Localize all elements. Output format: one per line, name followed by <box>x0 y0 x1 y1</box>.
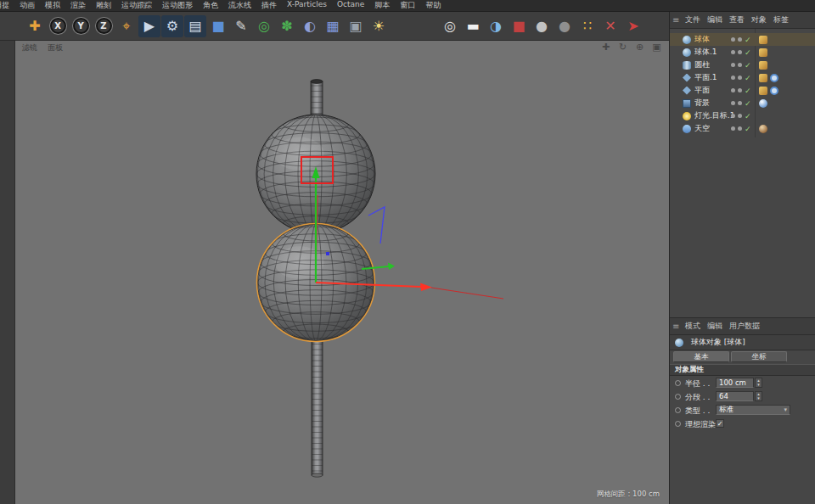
render-visibility-dot[interactable] <box>738 37 742 42</box>
tab-coordinates[interactable]: 坐标 <box>731 351 787 362</box>
phong-tag-icon[interactable] <box>759 48 767 57</box>
viewport-canvas[interactable] <box>15 41 669 504</box>
panel-menu-icon[interactable] <box>672 15 682 25</box>
editor-visibility-dot[interactable] <box>731 63 735 67</box>
menubar-item[interactable]: 雕刻 <box>91 0 116 11</box>
enabled-check-icon[interactable] <box>745 112 751 120</box>
phong-tag-icon[interactable] <box>759 74 767 82</box>
menubar-item[interactable]: 渲染 <box>65 0 91 11</box>
menubar-item[interactable]: X-Particles <box>282 0 332 11</box>
menubar-item[interactable]: 模拟 <box>40 0 65 11</box>
object-row[interactable]: 球体 <box>670 33 815 46</box>
editor-visibility-dot[interactable] <box>731 37 735 42</box>
phong-tag-icon[interactable] <box>759 61 767 70</box>
enabled-check-icon[interactable] <box>745 36 751 44</box>
object-manager-menu-item[interactable]: 文件 <box>682 14 704 25</box>
attribute-menu-item[interactable]: 模式 <box>682 321 704 332</box>
attribute-menu-item[interactable]: 编辑 <box>704 321 726 332</box>
menubar-item[interactable]: 窗口 <box>395 0 420 11</box>
render-visibility-dot[interactable] <box>738 101 742 105</box>
object-manager-menu-item[interactable]: 查看 <box>726 14 748 25</box>
object-row[interactable]: 灯光.目标.1 <box>670 109 815 122</box>
type-dropdown[interactable]: 标准 <box>716 405 790 415</box>
viewport-orbit-icon[interactable]: ↻ <box>617 42 628 53</box>
object-row[interactable]: 平面 <box>670 84 815 97</box>
render-view-button[interactable]: ▶ <box>138 15 160 37</box>
record-keyframe-button[interactable]: ◎ <box>439 15 461 37</box>
menubar-item[interactable]: 插件 <box>256 0 282 11</box>
menubar-item[interactable]: 脚本 <box>369 0 395 11</box>
move-tool-button[interactable]: ✚ <box>24 15 46 37</box>
display-mode-gouraud-button[interactable]: ● <box>531 15 553 37</box>
render-camera-button[interactable]: ■ <box>508 15 530 37</box>
enabled-check-icon[interactable] <box>745 99 751 108</box>
section-object-properties[interactable]: 对象属性 <box>670 364 815 376</box>
lock-x-axis-button[interactable]: X <box>47 15 69 37</box>
render-visibility-dot[interactable] <box>738 63 742 67</box>
lock-y-axis-button[interactable]: Y <box>70 15 92 37</box>
object-manager-menu-item[interactable]: 对象 <box>748 14 770 25</box>
environment-object-button[interactable]: ◐ <box>299 15 321 37</box>
render-visibility-dot[interactable] <box>738 50 742 54</box>
viewport-pan-icon[interactable]: ✚ <box>600 42 611 53</box>
spin-down-icon[interactable] <box>757 396 760 400</box>
viewport-zoom-icon[interactable]: ⊕ <box>634 42 645 53</box>
render-queue-button[interactable]: ▤ <box>184 15 206 37</box>
keyframe-circle-icon[interactable] <box>675 421 681 427</box>
enabled-check-icon[interactable] <box>745 87 751 95</box>
viewport-toggle-icon[interactable]: ▣ <box>651 42 662 53</box>
menubar-item[interactable]: 捕捉 <box>0 0 14 11</box>
object-manager-menu-item[interactable]: 编辑 <box>704 14 726 25</box>
keyframe-circle-icon[interactable] <box>675 380 681 386</box>
generator-button[interactable]: ◎ <box>253 15 275 37</box>
attribute-menu-item[interactable]: 用户数据 <box>726 321 763 332</box>
menubar-item[interactable]: 运动图形 <box>157 0 198 11</box>
segments-input[interactable]: 64 <box>716 391 754 401</box>
panel-menu-icon[interactable] <box>672 322 682 331</box>
render-visibility-dot[interactable] <box>738 88 742 92</box>
menubar-item[interactable]: 运动跟踪 <box>116 0 157 11</box>
object-row[interactable]: 圆柱 <box>670 59 815 71</box>
editor-visibility-dot[interactable] <box>731 76 735 80</box>
menubar-item[interactable]: 动画 <box>14 0 40 11</box>
keyframe-circle-icon[interactable] <box>675 394 681 400</box>
enabled-check-icon[interactable] <box>745 125 751 133</box>
pen-spline-button[interactable]: ✎ <box>230 15 252 37</box>
clone-array-button[interactable]: ▦ <box>322 15 344 37</box>
snap-points-button[interactable]: ∷ <box>576 15 599 37</box>
radius-spinner[interactable] <box>755 378 762 388</box>
render-perfect-checkbox[interactable] <box>716 419 724 428</box>
autokey-button[interactable]: ◑ <box>485 15 507 37</box>
spin-down-icon[interactable] <box>757 383 760 387</box>
object-row[interactable]: 背景 <box>670 97 815 109</box>
object-row[interactable]: 球体.1 <box>670 46 815 59</box>
compositing-tag-icon[interactable] <box>770 87 778 95</box>
editor-visibility-dot[interactable] <box>731 114 735 118</box>
enabled-check-icon[interactable] <box>745 61 751 70</box>
coordinate-system-button[interactable]: ⌖ <box>115 15 138 37</box>
object-row[interactable]: 天空 <box>670 122 815 135</box>
display-mode-lines-button[interactable]: ● <box>554 15 576 37</box>
viewport-menu-filter[interactable]: 滤镜 <box>22 42 37 53</box>
keyframe-bar-button[interactable]: ▬ <box>462 15 484 37</box>
object-manager-menu-item[interactable]: 标签 <box>770 14 792 25</box>
tab-basic[interactable]: 基本 <box>673 351 729 362</box>
menubar-item[interactable]: 流水线 <box>223 0 256 11</box>
cube-primitive-button[interactable]: ■ <box>207 15 229 37</box>
deformer-button[interactable]: ✽ <box>276 15 298 37</box>
editor-visibility-dot[interactable] <box>731 50 735 54</box>
editor-visibility-dot[interactable] <box>731 126 735 131</box>
enabled-check-icon[interactable] <box>745 48 751 57</box>
material-tag-brown-icon[interactable] <box>759 125 767 133</box>
render-visibility-dot[interactable] <box>738 114 742 118</box>
render-visibility-dot[interactable] <box>738 76 742 80</box>
editor-visibility-dot[interactable] <box>731 88 735 92</box>
viewport-menu-panel[interactable]: 面板 <box>48 42 63 53</box>
menubar-item[interactable]: 角色 <box>198 0 223 11</box>
lock-z-axis-button[interactable]: Z <box>93 15 115 37</box>
left-tool-strip[interactable] <box>0 41 15 504</box>
viewport[interactable]: 滤镜 面板 ✚↻⊕▣ 网格间距 : 100 cm <box>15 41 669 504</box>
segments-spinner[interactable] <box>755 391 762 401</box>
axis-modify-button[interactable]: ✕ <box>599 15 621 37</box>
phong-tag-icon[interactable] <box>759 36 767 44</box>
